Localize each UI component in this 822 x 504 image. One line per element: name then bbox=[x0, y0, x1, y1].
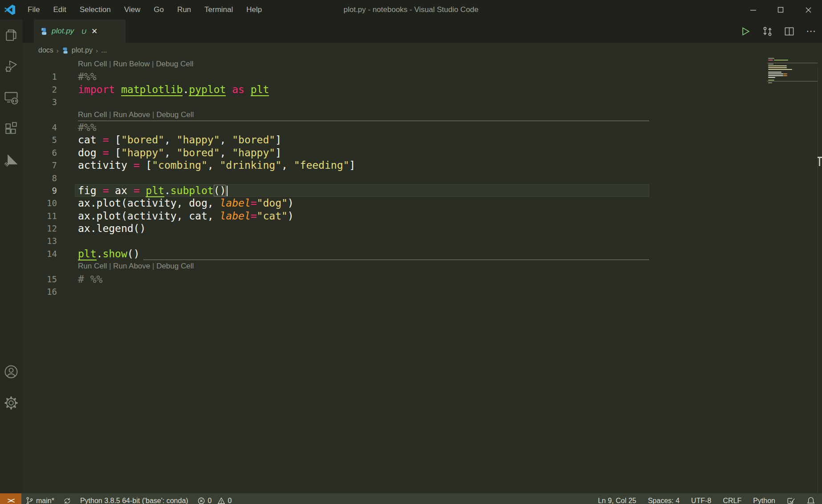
code-line: 3 bbox=[22, 96, 822, 108]
menu-file[interactable]: File bbox=[22, 4, 45, 16]
codelens[interactable]: Run Cell | Run Above | Debug Cell bbox=[22, 109, 822, 121]
codelens-link[interactable]: Run Above bbox=[113, 262, 150, 270]
maximize-icon[interactable] bbox=[767, 0, 794, 20]
codelens-link[interactable]: Run Cell bbox=[78, 60, 107, 68]
code-line: 6dog = ["happy", "bored", "happy"] bbox=[22, 146, 822, 159]
tab-label: plot.py bbox=[52, 27, 74, 36]
tab-bar: plot.py U ✕ bbox=[22, 20, 822, 43]
line-number: 1 bbox=[22, 70, 57, 83]
code-line: 9fig = ax = plt.subplot() bbox=[22, 184, 822, 197]
run-file-icon[interactable] bbox=[741, 27, 750, 36]
minimap[interactable] bbox=[767, 58, 818, 87]
code-editor[interactable]: Run Cell | Run Below | Debug Cell1#%%2im… bbox=[22, 58, 822, 493]
codelens-link[interactable]: Run Above bbox=[113, 110, 150, 119]
feedback-icon[interactable] bbox=[787, 497, 795, 504]
tab-plot-py[interactable]: plot.py U ✕ bbox=[34, 20, 126, 43]
open-changes-icon[interactable] bbox=[762, 26, 773, 37]
settings-gear-icon[interactable] bbox=[0, 387, 22, 419]
git-untracked-badge: U bbox=[81, 28, 86, 35]
extensions-icon[interactable] bbox=[0, 113, 22, 144]
menu-view[interactable]: View bbox=[118, 4, 146, 16]
git-branch-icon bbox=[26, 496, 33, 504]
menu-terminal[interactable]: Terminal bbox=[199, 4, 239, 16]
codelens-link[interactable]: Run Below bbox=[113, 60, 150, 68]
code-lines: Run Cell | Run Below | Debug Cell1#%%2im… bbox=[22, 58, 822, 298]
eol-sequence[interactable]: CRLF bbox=[723, 497, 741, 504]
git-branch-item[interactable]: main* bbox=[21, 493, 59, 504]
line-number: 10 bbox=[22, 197, 57, 209]
line-number: 13 bbox=[22, 235, 57, 247]
text-cursor bbox=[227, 186, 228, 196]
codelens-link[interactable]: Debug Cell bbox=[156, 110, 194, 119]
branch-name: main* bbox=[36, 497, 54, 504]
breadcrumb-symbol[interactable]: ... bbox=[101, 46, 107, 54]
menu-help[interactable]: Help bbox=[240, 4, 268, 16]
notifications-bell-icon[interactable] bbox=[807, 496, 815, 504]
minimize-icon[interactable] bbox=[739, 0, 767, 20]
code-line: 13 bbox=[22, 235, 822, 247]
line-number: 2 bbox=[22, 83, 57, 96]
line-number: 5 bbox=[22, 134, 57, 146]
cursor-position[interactable]: Ln 9, Col 25 bbox=[598, 497, 636, 504]
menu-go[interactable]: Go bbox=[148, 4, 170, 16]
error-count: 0 bbox=[208, 497, 212, 504]
python-interpreter-item[interactable]: Python 3.8.5 64-bit ('base': conda) bbox=[76, 493, 193, 504]
line-number: 8 bbox=[22, 172, 57, 184]
menu-edit[interactable]: Edit bbox=[47, 4, 72, 16]
more-actions-icon[interactable]: ⋯ bbox=[806, 25, 816, 37]
line-number: 15 bbox=[22, 273, 57, 285]
remote-indicator[interactable]: >< bbox=[0, 493, 21, 504]
warnings-icon bbox=[217, 497, 225, 504]
codelens-link[interactable]: Run Cell bbox=[78, 110, 107, 119]
warning-count: 0 bbox=[228, 497, 232, 504]
account-icon[interactable] bbox=[0, 356, 22, 387]
remote-icon: >< bbox=[8, 497, 14, 504]
close-icon[interactable] bbox=[794, 0, 822, 20]
line-number: 7 bbox=[22, 159, 57, 171]
problems-item[interactable]: 0 0 bbox=[193, 493, 236, 504]
codelens-link[interactable]: Debug Cell bbox=[156, 262, 194, 270]
language-mode[interactable]: Python bbox=[753, 497, 775, 504]
breadcrumb-file[interactable]: plot.py bbox=[72, 46, 93, 54]
line-number: 4 bbox=[22, 121, 57, 134]
codelens[interactable]: Run Cell | Run Above | Debug Cell bbox=[22, 260, 822, 272]
python-file-icon bbox=[40, 28, 48, 35]
status-bar: >< main* Python 3 bbox=[0, 493, 822, 504]
codelens-divider: | bbox=[107, 60, 113, 68]
errors-icon bbox=[197, 497, 205, 504]
menu-selection[interactable]: Selection bbox=[74, 4, 117, 16]
interpreter-label: Python 3.8.5 64-bit ('base': conda) bbox=[80, 497, 188, 504]
codelens[interactable]: Run Cell | Run Below | Debug Cell bbox=[22, 58, 822, 70]
menu-bar: File Edit Selection View Go Run Terminal… bbox=[22, 4, 268, 16]
sync-icon bbox=[63, 497, 71, 504]
line-number: 12 bbox=[22, 222, 57, 235]
line-number: 14 bbox=[22, 248, 57, 260]
code-line: 4#%% bbox=[22, 121, 822, 134]
line-number: 6 bbox=[22, 146, 57, 159]
encoding[interactable]: UTF-8 bbox=[691, 497, 711, 504]
explorer-icon[interactable] bbox=[0, 20, 22, 51]
code-line: 7activity = ["combing", "drinking", "fee… bbox=[22, 159, 822, 171]
breadcrumb-folder[interactable]: docs bbox=[38, 46, 53, 54]
breadcrumbs: docs › plot.py › ... bbox=[22, 43, 822, 58]
menu-run[interactable]: Run bbox=[171, 4, 197, 16]
run-debug-icon[interactable] bbox=[0, 51, 22, 82]
codelens-link[interactable]: Debug Cell bbox=[156, 60, 193, 68]
code-line: 14plt.show() bbox=[22, 248, 822, 260]
code-line: 2import matplotlib.pyplot as plt bbox=[22, 83, 822, 96]
code-line: 11ax.plot(activity, cat, label="cat") bbox=[22, 210, 822, 222]
sync-item[interactable] bbox=[59, 493, 76, 504]
tab-close-icon[interactable]: ✕ bbox=[91, 27, 98, 36]
kite-extension-icon[interactable] bbox=[0, 144, 22, 175]
indentation[interactable]: Spaces: 4 bbox=[648, 497, 680, 504]
chevron-right-icon: › bbox=[57, 47, 59, 54]
code-line: 15# %% bbox=[22, 273, 822, 285]
codelens-link[interactable]: Run Cell bbox=[78, 262, 107, 270]
scrollbar-slider[interactable] bbox=[819, 157, 820, 166]
code-line: 12ax.legend() bbox=[22, 222, 822, 235]
python-file-icon bbox=[62, 47, 69, 54]
split-editor-icon[interactable] bbox=[784, 26, 794, 37]
remote-explorer-icon[interactable] bbox=[0, 82, 22, 113]
line-number: 9 bbox=[22, 184, 57, 197]
code-line: 16 bbox=[22, 285, 822, 298]
